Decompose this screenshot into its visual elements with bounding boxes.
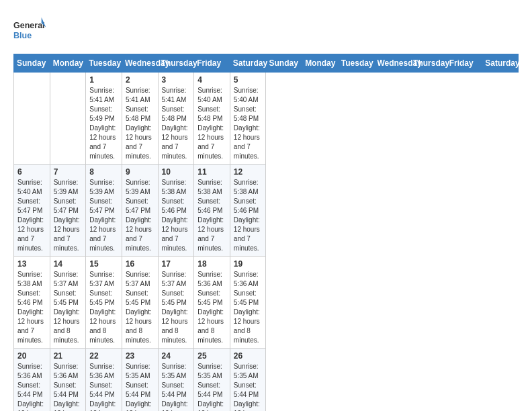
day-info: Sunrise: 5:37 AM Sunset: 5:45 PM Dayligh… (54, 270, 83, 345)
weekday-header: Friday (446, 54, 482, 73)
calendar-cell: 24Sunrise: 5:35 AM Sunset: 5:44 PM Dayli… (158, 349, 194, 412)
day-number: 2 (126, 75, 154, 85)
calendar-cell: 2Sunrise: 5:41 AM Sunset: 5:48 PM Daylig… (122, 73, 158, 165)
day-info: Sunrise: 5:40 AM Sunset: 5:47 PM Dayligh… (17, 178, 46, 253)
weekday-header: Wednesday (122, 54, 158, 73)
weekday-header: Tuesday (338, 54, 374, 73)
day-info: Sunrise: 5:36 AM Sunset: 5:44 PM Dayligh… (89, 362, 118, 411)
day-info: Sunrise: 5:39 AM Sunset: 5:47 PM Dayligh… (126, 178, 154, 253)
calendar-week-row: 1Sunrise: 5:41 AM Sunset: 5:49 PM Daylig… (14, 73, 519, 165)
day-number: 25 (197, 351, 226, 361)
calendar-cell: 6Sunrise: 5:40 AM Sunset: 5:47 PM Daylig… (14, 165, 50, 257)
day-number: 13 (17, 259, 46, 269)
day-number: 26 (234, 351, 263, 361)
day-info: Sunrise: 5:36 AM Sunset: 5:44 PM Dayligh… (17, 362, 46, 411)
calendar-cell: 5Sunrise: 5:40 AM Sunset: 5:48 PM Daylig… (230, 73, 266, 165)
day-info: Sunrise: 5:36 AM Sunset: 5:45 PM Dayligh… (197, 270, 226, 345)
day-number: 23 (126, 351, 154, 361)
calendar-cell: 20Sunrise: 5:36 AM Sunset: 5:44 PM Dayli… (14, 349, 50, 412)
calendar-cell: 26Sunrise: 5:35 AM Sunset: 5:44 PM Dayli… (230, 349, 266, 412)
day-info: Sunrise: 5:40 AM Sunset: 5:48 PM Dayligh… (234, 86, 263, 161)
day-info: Sunrise: 5:39 AM Sunset: 5:47 PM Dayligh… (54, 178, 83, 253)
day-number: 16 (126, 259, 154, 269)
calendar-cell: 17Sunrise: 5:37 AM Sunset: 5:45 PM Dayli… (158, 257, 194, 349)
calendar-cell: 11Sunrise: 5:38 AM Sunset: 5:46 PM Dayli… (194, 165, 230, 257)
calendar-cell (14, 73, 50, 165)
day-info: Sunrise: 5:37 AM Sunset: 5:45 PM Dayligh… (126, 270, 154, 345)
day-number: 10 (162, 167, 191, 177)
day-number: 18 (197, 259, 226, 269)
svg-text:Blue: Blue (13, 32, 32, 41)
calendar-cell: 14Sunrise: 5:37 AM Sunset: 5:45 PM Dayli… (50, 257, 86, 349)
day-number: 24 (162, 351, 191, 361)
day-info: Sunrise: 5:37 AM Sunset: 5:45 PM Dayligh… (162, 270, 191, 345)
calendar-cell: 3Sunrise: 5:41 AM Sunset: 5:48 PM Daylig… (158, 73, 194, 165)
calendar-cell (50, 73, 86, 165)
day-number: 12 (234, 167, 263, 177)
calendar-cell: 4Sunrise: 5:40 AM Sunset: 5:48 PM Daylig… (194, 73, 230, 165)
calendar-cell: 25Sunrise: 5:35 AM Sunset: 5:44 PM Dayli… (194, 349, 230, 412)
calendar-cell: 18Sunrise: 5:36 AM Sunset: 5:45 PM Dayli… (194, 257, 230, 349)
calendar-cell: 21Sunrise: 5:36 AM Sunset: 5:44 PM Dayli… (50, 349, 86, 412)
calendar-week-row: 13Sunrise: 5:38 AM Sunset: 5:46 PM Dayli… (14, 257, 519, 349)
day-number: 9 (126, 167, 154, 177)
day-number: 6 (17, 167, 46, 177)
calendar-cell: 9Sunrise: 5:39 AM Sunset: 5:47 PM Daylig… (122, 165, 158, 257)
calendar-cell: 8Sunrise: 5:39 AM Sunset: 5:47 PM Daylig… (86, 165, 122, 257)
day-number: 7 (54, 167, 83, 177)
weekday-header: Sunday (14, 54, 50, 73)
weekday-header: Wednesday (374, 54, 410, 73)
weekday-header: Tuesday (86, 54, 122, 73)
weekday-header: Sunday (266, 54, 302, 73)
weekday-header: Saturday (482, 54, 519, 73)
page-header: General Blue (13, 13, 519, 47)
day-info: Sunrise: 5:39 AM Sunset: 5:47 PM Dayligh… (89, 178, 118, 253)
day-number: 3 (162, 75, 191, 85)
day-info: Sunrise: 5:36 AM Sunset: 5:45 PM Dayligh… (234, 270, 263, 345)
calendar-cell: 13Sunrise: 5:38 AM Sunset: 5:46 PM Dayli… (14, 257, 50, 349)
weekday-header: Friday (194, 54, 230, 73)
weekday-header: Thursday (410, 54, 447, 73)
calendar-cell: 23Sunrise: 5:35 AM Sunset: 5:44 PM Dayli… (122, 349, 158, 412)
weekday-header: Saturday (230, 54, 266, 73)
calendar-cell: 12Sunrise: 5:38 AM Sunset: 5:46 PM Dayli… (230, 165, 266, 257)
day-info: Sunrise: 5:35 AM Sunset: 5:44 PM Dayligh… (197, 362, 226, 411)
svg-text:General: General (13, 21, 45, 31)
calendar-week-row: 6Sunrise: 5:40 AM Sunset: 5:47 PM Daylig… (14, 165, 519, 257)
calendar-cell: 7Sunrise: 5:39 AM Sunset: 5:47 PM Daylig… (50, 165, 86, 257)
day-info: Sunrise: 5:35 AM Sunset: 5:44 PM Dayligh… (234, 362, 263, 411)
day-number: 5 (234, 75, 263, 85)
calendar-cell: 19Sunrise: 5:36 AM Sunset: 5:45 PM Dayli… (230, 257, 266, 349)
calendar-cell: 1Sunrise: 5:41 AM Sunset: 5:49 PM Daylig… (86, 73, 122, 165)
day-info: Sunrise: 5:41 AM Sunset: 5:48 PM Dayligh… (126, 86, 154, 161)
day-number: 19 (234, 259, 263, 269)
calendar-cell: 16Sunrise: 5:37 AM Sunset: 5:45 PM Dayli… (122, 257, 158, 349)
logo-svg: General Blue (13, 13, 47, 47)
day-info: Sunrise: 5:38 AM Sunset: 5:46 PM Dayligh… (162, 178, 191, 253)
day-number: 20 (17, 351, 46, 361)
weekday-header: Monday (302, 54, 339, 73)
logo: General Blue (13, 13, 47, 47)
weekday-header: Monday (50, 54, 86, 73)
day-number: 8 (89, 167, 118, 177)
header-row: SundayMondayTuesdayWednesdayThursdayFrid… (14, 54, 519, 73)
calendar-week-row: 20Sunrise: 5:36 AM Sunset: 5:44 PM Dayli… (14, 349, 519, 412)
calendar-cell: 22Sunrise: 5:36 AM Sunset: 5:44 PM Dayli… (86, 349, 122, 412)
day-info: Sunrise: 5:41 AM Sunset: 5:49 PM Dayligh… (89, 86, 118, 161)
day-info: Sunrise: 5:37 AM Sunset: 5:45 PM Dayligh… (89, 270, 118, 345)
day-info: Sunrise: 5:38 AM Sunset: 5:46 PM Dayligh… (197, 178, 226, 253)
day-number: 21 (54, 351, 83, 361)
day-info: Sunrise: 5:38 AM Sunset: 5:46 PM Dayligh… (234, 178, 263, 253)
day-number: 17 (162, 259, 191, 269)
weekday-header: Thursday (158, 54, 194, 73)
day-info: Sunrise: 5:35 AM Sunset: 5:44 PM Dayligh… (162, 362, 191, 411)
day-number: 4 (197, 75, 226, 85)
day-info: Sunrise: 5:36 AM Sunset: 5:44 PM Dayligh… (54, 362, 83, 411)
day-info: Sunrise: 5:41 AM Sunset: 5:48 PM Dayligh… (162, 86, 191, 161)
day-number: 14 (54, 259, 83, 269)
calendar-cell: 15Sunrise: 5:37 AM Sunset: 5:45 PM Dayli… (86, 257, 122, 349)
day-info: Sunrise: 5:40 AM Sunset: 5:48 PM Dayligh… (197, 86, 226, 161)
day-number: 15 (89, 259, 118, 269)
calendar-cell: 10Sunrise: 5:38 AM Sunset: 5:46 PM Dayli… (158, 165, 194, 257)
day-info: Sunrise: 5:38 AM Sunset: 5:46 PM Dayligh… (17, 270, 46, 345)
